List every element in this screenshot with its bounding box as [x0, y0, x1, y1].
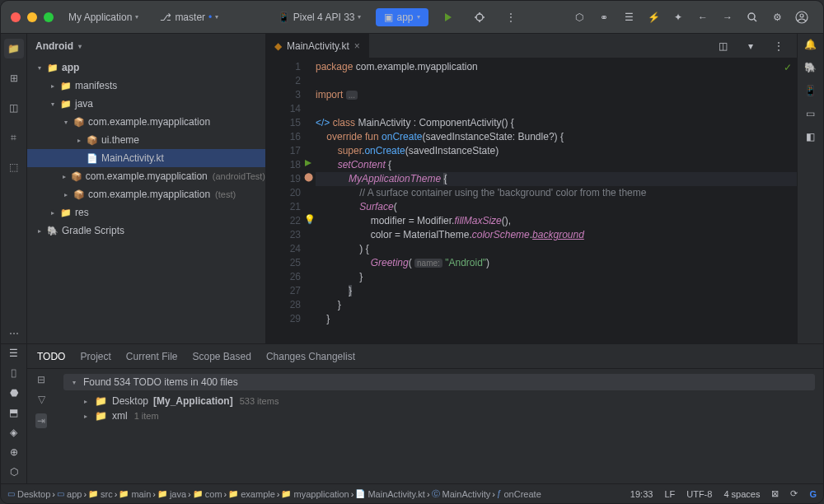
- todo-toolbar: ⊟ ▽ ⇥: [27, 369, 55, 483]
- settings-icon[interactable]: ⚙: [765, 6, 789, 29]
- project-tree[interactable]: ▾📁app▸📁manifests▾📁java▾📦com.example.myap…: [27, 58, 265, 343]
- sync-icon[interactable]: ⟳: [790, 488, 798, 499]
- project-view-selector[interactable]: Android ▾: [27, 34, 265, 58]
- run-config-selector[interactable]: ▣ app ▾: [376, 8, 428, 26]
- breadcrumb-item[interactable]: Ⓒ MainActivity: [432, 488, 491, 500]
- vcs-branch[interactable]: ⎇ master • ▾: [153, 8, 225, 26]
- tool-icon[interactable]: ☰: [617, 6, 640, 29]
- breadcrumb-item[interactable]: ƒ onCreate: [497, 489, 541, 499]
- tree-row[interactable]: ▸🐘Gradle Scripts: [27, 222, 265, 240]
- caret-position[interactable]: 19:33: [630, 489, 653, 499]
- line-separator[interactable]: LF: [664, 489, 675, 499]
- file-encoding[interactable]: UTF-8: [686, 489, 712, 499]
- breadcrumbs[interactable]: ▭ Desktop›▭ app›📁 src›📁 main›📁 java›📁 co…: [7, 488, 541, 500]
- expand-all-icon[interactable]: ⊟: [37, 374, 45, 385]
- tree-row[interactable]: ▾📦com.example.myapplication: [27, 113, 265, 131]
- breadcrumb-item[interactable]: 📁 src: [88, 489, 113, 499]
- project-selector[interactable]: My Application ▾: [62, 8, 145, 26]
- logcat-rail-icon[interactable]: ⬒: [9, 407, 18, 418]
- back-icon[interactable]: ←: [691, 6, 714, 29]
- maximize-window[interactable]: [44, 12, 54, 22]
- more-tools-icon[interactable]: ⋯: [4, 324, 24, 343]
- tree-row[interactable]: ▾📁app: [27, 58, 265, 77]
- breadcrumb-item[interactable]: 📁 example: [228, 489, 275, 499]
- todo-summary[interactable]: ▾ Found 534 TODO items in 400 files: [63, 374, 815, 390]
- structure-icon[interactable]: ⌗: [4, 128, 24, 147]
- close-tab-icon[interactable]: ×: [354, 40, 360, 52]
- tree-row[interactable]: ▾📁java: [27, 95, 265, 113]
- emulator-icon[interactable]: ▭: [806, 108, 815, 119]
- build-icon[interactable]: ⬡: [568, 6, 591, 29]
- tree-row[interactable]: ▸📦ui.theme: [27, 131, 265, 149]
- todo-tab[interactable]: Project: [80, 351, 110, 362]
- breadcrumb-item[interactable]: ▭ Desktop: [7, 489, 50, 499]
- notifications-icon[interactable]: 🔔: [804, 39, 817, 50]
- todo-tab[interactable]: Scope Based: [193, 351, 251, 362]
- right-tool-rail: 🔔 🐘 📱 ▭ ◧: [797, 34, 823, 343]
- forward-icon[interactable]: →: [716, 6, 739, 29]
- device-selector[interactable]: 📱 Pixel 4 API 33 ▾: [271, 8, 368, 26]
- tree-row[interactable]: ▸📦com.example.myapplication(test): [27, 185, 265, 203]
- problems-rail-icon[interactable]: ⬣: [10, 387, 18, 399]
- breadcrumb-item[interactable]: 📁 myapplication: [281, 489, 349, 499]
- resource-manager-icon[interactable]: ⊞: [4, 68, 24, 88]
- todo-tab[interactable]: TODO: [37, 351, 65, 362]
- breadcrumb-item[interactable]: ▭ app: [57, 489, 82, 499]
- more-actions[interactable]: ⋮: [499, 6, 522, 29]
- code-editor[interactable]: 12314151617181920212223242526272829 pack…: [266, 58, 797, 343]
- editor-tab[interactable]: ◆ MainActivity.kt ×: [266, 34, 369, 58]
- project-tool-icon[interactable]: 📁: [4, 39, 24, 58]
- filter-icon[interactable]: ▽: [38, 394, 45, 405]
- indent-config[interactable]: 4 spaces: [723, 489, 760, 499]
- build-variants-icon[interactable]: ⬚: [4, 157, 24, 177]
- vcs-rail-icon[interactable]: ⊕: [10, 446, 18, 458]
- chevron-down-icon: ▾: [417, 13, 420, 21]
- run-button[interactable]: [437, 6, 460, 29]
- tree-row[interactable]: ▸📦com.example.myapplication(androidTest): [27, 167, 265, 185]
- chevron-down-icon: ▾: [70, 379, 78, 386]
- debug-button[interactable]: [468, 6, 491, 29]
- tree-row[interactable]: 📄MainActivity.kt: [27, 149, 265, 167]
- breadcrumb-item[interactable]: 📄 MainActivity.kt: [355, 489, 424, 499]
- editor-options-icon[interactable]: ▾: [739, 35, 762, 58]
- svg-point-3: [800, 14, 803, 17]
- autoscroll-icon[interactable]: ⇥: [35, 413, 47, 428]
- todo-tab[interactable]: Current File: [126, 351, 178, 362]
- layout-inspector-icon[interactable]: ◧: [806, 131, 815, 142]
- services-rail-icon[interactable]: ◈: [10, 427, 17, 438]
- gradle-icon[interactable]: 🐘: [804, 62, 817, 73]
- chevron-down-icon: ▾: [215, 13, 218, 21]
- editor-more-icon[interactable]: ⋮: [767, 35, 790, 58]
- todo-tree[interactable]: ▾ Found 534 TODO items in 400 files ▸📁De…: [55, 369, 823, 483]
- breadcrumb-item[interactable]: 📁 java: [157, 489, 186, 499]
- analysis-ok-icon[interactable]: ✓: [784, 62, 792, 73]
- tree-row[interactable]: ▸📁res: [27, 203, 265, 222]
- google-account-icon[interactable]: G: [809, 489, 817, 499]
- breadcrumb-item[interactable]: 📁 main: [119, 489, 151, 499]
- readonly-toggle-icon[interactable]: ⊠: [771, 488, 779, 499]
- account-icon[interactable]: [790, 6, 813, 29]
- terminal-rail-icon[interactable]: ⌷: [11, 367, 16, 379]
- build-rail-icon[interactable]: ⬡: [10, 466, 18, 478]
- code-with-me-icon[interactable]: ⚭: [592, 6, 616, 29]
- search-icon[interactable]: [741, 6, 764, 29]
- tree-row[interactable]: ▸📁manifests: [27, 77, 265, 95]
- bottom-left-rail: ☰ ⌷ ⬣ ⬒ ◈ ⊕ ⬡: [1, 344, 27, 483]
- minimize-window[interactable]: [27, 12, 37, 22]
- app-quality-icon[interactable]: ✦: [667, 6, 690, 29]
- todo-row[interactable]: ▸📁Desktop [My_Application] 533 items: [63, 394, 815, 408]
- close-window[interactable]: [11, 12, 21, 22]
- run-gutter-icon[interactable]: [304, 159, 312, 167]
- bulb-gutter-icon[interactable]: 💡: [304, 214, 316, 225]
- breadcrumb-item[interactable]: 📁 com: [193, 489, 222, 499]
- code-content[interactable]: package com.example.myapplication import…: [312, 58, 797, 343]
- bookmarks-icon[interactable]: ◫: [4, 98, 24, 118]
- override-gutter-icon[interactable]: ⬤: [304, 172, 313, 181]
- split-editor-icon[interactable]: ◫: [711, 35, 734, 58]
- profiler-icon[interactable]: ⚡: [642, 6, 665, 29]
- device-manager-icon[interactable]: 📱: [804, 85, 817, 96]
- project-name: My Application: [68, 12, 132, 23]
- todo-tab[interactable]: Changes Changelist: [266, 351, 355, 362]
- todo-rail-icon[interactable]: ☰: [9, 348, 18, 359]
- todo-row[interactable]: ▸📁xml 1 item: [63, 408, 815, 423]
